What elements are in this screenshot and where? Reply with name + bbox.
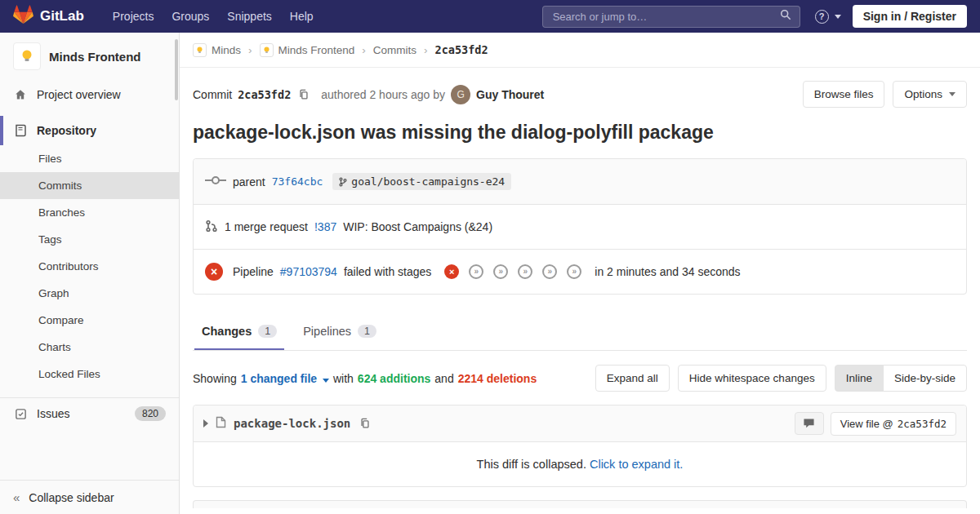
showing-label: Showing [193,372,237,385]
issues-count-badge: 820 [135,406,166,421]
pipeline-label: Pipeline [233,265,274,278]
search-icon [780,9,791,24]
sidebar-item-tags[interactable]: Tags [0,226,179,253]
search-input[interactable] [551,10,780,24]
copy-sha-button[interactable] [296,87,311,102]
lightbulb-icon [19,48,35,64]
collapse-caret-icon[interactable] [203,419,208,428]
hide-whitespace-button[interactable]: Hide whitespace changes [678,365,826,392]
diff-collapsed-notice: This diff is collapsed. Click to expand … [194,442,966,486]
commit-header: Commit 2ca53fd2 authored 2 hours ago by … [193,81,967,108]
ci-stage-failed-icon[interactable]: × [444,264,459,279]
branch-icon [339,177,347,187]
search-box[interactable] [542,6,800,28]
branch-ref-label[interactable]: goal/boost-campaigns-e24 [332,173,511,190]
nav-help[interactable]: Help [281,0,323,33]
pipeline-status-text: failed with stages [344,265,431,278]
top-navbar: GitLab Projects Groups Snippets Help ? S… [0,0,980,33]
sidebar-item-contributors[interactable]: Contributors [0,253,179,280]
sidebar-scrollbar[interactable] [175,39,178,100]
tab-pipelines[interactable]: Pipelines 1 [296,314,384,350]
author-name[interactable]: Guy Thouret [476,88,544,101]
diff-file: package-lock.json View file @ 2ca53fd2 [193,405,967,487]
tab-changes-count: 1 [258,325,277,338]
ci-stage-skipped-icon[interactable]: » [493,264,508,279]
view-file-label: View file @ [840,418,893,430]
sidebar-item-files[interactable]: Files [0,145,179,172]
sidebar-item-branches[interactable]: Branches [0,199,179,226]
commit-tabs: Changes 1 Pipelines 1 [193,314,967,351]
sidebar-item-issues[interactable]: Issues 820 [0,397,179,429]
expand-diff-link[interactable]: Click to expand it. [590,458,683,471]
issues-icon [13,408,28,420]
sidebar-item-project-overview[interactable]: Project overview [0,80,179,109]
comment-icon [803,418,815,429]
view-file-button[interactable]: View file @ 2ca53fd2 [831,412,956,436]
tanuki-icon [13,5,33,28]
chevron-down-icon [323,379,329,383]
collapse-sidebar-button[interactable]: « Collapse sidebar [0,480,179,514]
copy-filename-button[interactable] [358,416,372,431]
gitlab-logo[interactable]: GitLab [13,5,84,28]
collapsed-text: This diff is collapsed. [477,458,586,471]
and-label: and [434,372,453,385]
project-avatar-small [260,43,274,57]
file-name: package-lock.json [234,417,350,430]
home-icon [13,88,28,101]
sidebar-item-charts[interactable]: Charts [0,334,179,361]
sidebar-item-graph[interactable]: Graph [0,280,179,307]
branch-name: goal/boost-campaigns-e24 [351,175,505,188]
changed-files-dropdown[interactable]: 1 changed file [241,372,329,385]
pipeline-row: × Pipeline #97103794 failed with stages … [194,249,966,294]
nav-groups[interactable]: Groups [163,0,218,33]
ci-stage-skipped-icon[interactable]: » [542,264,557,279]
parent-sha-link[interactable]: 73f64cbc [272,175,323,188]
authored-text: authored 2 hours ago by [321,88,445,101]
sidebar-item-label: Repository [37,124,96,137]
sidebar-item-label: Project overview [37,88,121,101]
diff-view-toggle: Inline Side-by-side [835,365,967,392]
nav-snippets[interactable]: Snippets [218,0,280,33]
breadcrumb-link-project[interactable]: Minds Frontend [278,44,355,56]
project-avatar[interactable] [13,42,41,70]
sidebar-item-repository[interactable]: Repository [0,116,179,145]
copy-icon [298,89,310,100]
nav-projects[interactable]: Projects [104,0,163,33]
breadcrumb-separator: › [248,44,252,56]
sidebar-item-commits[interactable]: Commits [0,172,179,199]
pipeline-failed-icon[interactable]: × [205,263,223,281]
commit-label: Commit [193,88,232,101]
project-sidebar: Minds Frontend Project overview Reposito… [0,33,180,514]
project-context-header: Minds Frontend [0,33,179,80]
sidebar-item-compare[interactable]: Compare [0,307,179,334]
breadcrumb-link-group[interactable]: Minds [212,44,241,56]
diff-stats-bar: Showing 1 changed file with 624 addition… [193,365,967,392]
parent-label: parent [233,175,265,188]
browse-files-button[interactable]: Browse files [803,81,885,108]
breadcrumb-link-commits[interactable]: Commits [373,44,416,56]
commit-graph-icon [205,175,226,188]
side-by-side-view-button[interactable]: Side-by-side [883,365,967,392]
breadcrumb-separator: › [362,44,366,56]
mr-ref-link[interactable]: !387 [314,220,336,233]
project-title[interactable]: Minds Frontend [49,50,141,64]
mr-title-text: WIP: Boost Campaigns (&24) [343,220,492,233]
ci-stage-skipped-icon[interactable]: » [518,264,532,279]
help-dropdown[interactable]: ? [815,10,841,24]
expand-all-button[interactable]: Expand all [595,365,670,392]
ci-stage-skipped-icon[interactable]: » [469,264,483,279]
group-avatar [193,43,207,57]
author-avatar[interactable]: G [451,85,470,104]
sign-in-button[interactable]: Sign in / Register [853,5,967,28]
tab-changes[interactable]: Changes 1 [194,314,284,350]
ci-stage-skipped-icon[interactable]: » [567,264,581,279]
toggle-comments-button[interactable] [795,412,824,435]
sidebar-item-locked-files[interactable]: Locked Files [0,361,179,388]
commit-parents-row: parent 73f64cbc goal/boost-campaigns-e24 [194,159,966,204]
options-dropdown-button[interactable]: Options [893,81,967,108]
breadcrumb-current-sha: 2ca53fd2 [435,43,488,56]
collapse-label: Collapse sidebar [29,491,114,504]
inline-view-button[interactable]: Inline [835,365,884,392]
pipeline-id-link[interactable]: #97103794 [280,265,337,278]
merge-request-icon [205,219,218,235]
